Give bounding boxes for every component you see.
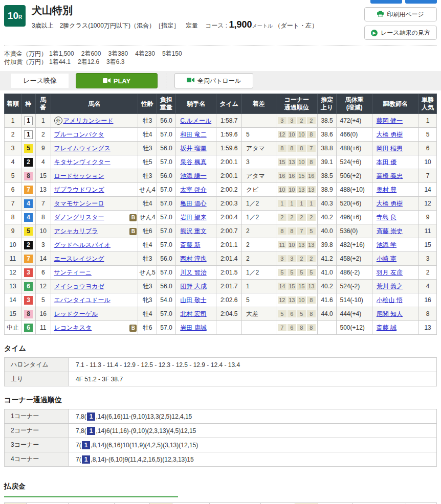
frame-number: 3: [24, 296, 33, 305]
corner-pass-value: 3: [288, 117, 296, 124]
jockey-link[interactable]: 熊沢 重文: [180, 227, 206, 235]
win-popularity: 15: [419, 238, 437, 252]
top-nav-button-fragment[interactable]: [405, 0, 437, 4]
jockey-link[interactable]: 坂井 瑠星: [180, 145, 206, 152]
horse-name-link[interactable]: エースレイジング: [54, 255, 104, 262]
jockey-link[interactable]: 太宰 啓介: [180, 186, 206, 193]
jockey-link[interactable]: 泉谷 楓真: [180, 158, 206, 166]
results-guide-button[interactable]: ▶ レース結果の見方: [364, 26, 437, 40]
patrol-video-button[interactable]: 全周パトロール: [174, 73, 253, 88]
trainer-link[interactable]: 尾関 知人: [377, 310, 403, 317]
corner-row: 2コーナー7,8(1,14)6(11,16)-(9,10)(2,3,13)(4,…: [5, 424, 437, 438]
top-nav-button-fragment[interactable]: [370, 0, 402, 4]
prize-rank: 4着: [135, 50, 145, 57]
jockey-link[interactable]: 池添 謙一: [180, 172, 206, 179]
jockey-link[interactable]: 岩田 望来: [180, 214, 206, 221]
sex-age: 牡4: [138, 197, 157, 211]
corner-positions: 7688: [276, 321, 317, 335]
horse-name-link[interactable]: キタサンヴィクター: [54, 158, 111, 166]
trainer-link[interactable]: 高橋 義忠: [377, 172, 403, 179]
print-page-button[interactable]: 印刷用ページ: [364, 7, 437, 21]
corner-row: 1コーナー7,8(1,14)(6,16)11-(9,10)13,3(2,5)12…: [5, 409, 437, 424]
time-row-value: 4F 51.2 - 3F 38.7: [69, 372, 437, 386]
horse-name-link[interactable]: ザプラウドワンズ: [54, 186, 104, 193]
trainer-link[interactable]: 羽月 友彦: [377, 269, 403, 276]
finish-position: 6: [5, 183, 21, 197]
prize-rank: 5着: [162, 50, 172, 57]
trainer-link[interactable]: 奥村 豊: [377, 186, 396, 193]
jockey-link[interactable]: 亀田 温心: [180, 200, 206, 207]
horse-name-link[interactable]: アメリカンシード: [63, 117, 114, 124]
horse-name-link[interactable]: ダノングリスター: [54, 214, 104, 221]
result-row: 1435エバンタイユドール牝354.0山田 敬士2:02.65121310841…: [5, 293, 437, 307]
result-row: 359フレイムウィングス牡356.0坂井 瑠星1:59.6アタマ888738.8…: [5, 142, 437, 155]
time-table: ハロンタイム7.1 - 11.3 - 11.4 - 12.9 - 12.5 - …: [4, 357, 437, 386]
corner-pass-value: 8: [297, 145, 306, 152]
corner-pass-value: 2: [297, 255, 306, 262]
main-prize-label: 本賞金（万円）: [4, 50, 49, 58]
horse-name-link[interactable]: サンティーニ: [54, 269, 92, 276]
corner-pass-value: 13: [307, 241, 316, 248]
body-weight: 488(+6): [337, 142, 372, 155]
corner-positions: 14151513: [276, 280, 317, 293]
corner-pass-value: 16: [288, 172, 296, 179]
trainer-link[interactable]: 小桧山 悟: [377, 296, 403, 304]
frame-cell: 4: [21, 211, 35, 224]
finish-time: 2:00.3: [216, 197, 241, 211]
jockey-link[interactable]: 西村 淳也: [180, 255, 206, 262]
jockey-link[interactable]: 北村 宏司: [180, 310, 206, 317]
race-number: 10: [8, 10, 18, 21]
margin: 2: [241, 238, 276, 252]
column-header: 負担重量: [157, 94, 176, 114]
trainer-link[interactable]: 荒川 義之: [377, 283, 403, 290]
trainer-link[interactable]: 斉藤 崇史: [377, 227, 403, 235]
corner-pass-value: 8: [307, 296, 316, 304]
horse-name-link[interactable]: メイショウヨカゼ: [54, 283, 104, 290]
corner-pass-value: 1: [307, 200, 316, 207]
carried-weight: 57.0: [157, 155, 176, 169]
jockey-link[interactable]: C.ルメール: [180, 117, 211, 124]
jockey-link[interactable]: 斎藤 新: [180, 241, 200, 248]
trainer-link[interactable]: 小崎 憲: [377, 255, 396, 262]
corner-pass-value: 15: [278, 158, 286, 166]
horse-name-link[interactable]: フレイムウィングス: [54, 145, 111, 152]
horse-name-link[interactable]: アシャカリブラ: [54, 227, 98, 235]
last-3f: 40.2: [317, 211, 337, 224]
trainer-link[interactable]: 大橋 勇樹: [377, 200, 403, 207]
trainer-link[interactable]: 寺島 良: [377, 214, 396, 221]
horse-number: 5: [36, 293, 51, 307]
result-row: 212ブルーコンパクタ牡457.0和田 竜二1:59.65121010838.6…: [5, 128, 437, 142]
results-header-row: 着順枠馬番馬名性齢負担重量騎手名タイム着差コーナー通過順位推定上り馬体重(増減)…: [5, 94, 437, 114]
horse-name-link[interactable]: エバンタイユドール: [54, 296, 111, 304]
horse-name-link[interactable]: レッドクーゲル: [54, 310, 98, 317]
column-header: 着順: [5, 94, 21, 114]
horse-name-link[interactable]: レコンキスタ: [54, 324, 92, 331]
jockey-link[interactable]: 和田 竜二: [180, 131, 206, 138]
last-3f: 39.1: [317, 155, 337, 169]
video-camera-icon: [103, 77, 111, 85]
main-prize-row: 本賞金（万円） 1着1,5002着6003着3804着2305着150: [4, 50, 437, 58]
sex-age: 牡3: [138, 280, 157, 293]
trainer-cell: 尾関 知人: [372, 307, 418, 321]
play-button[interactable]: PLAY: [76, 73, 158, 88]
trainer-link[interactable]: 藤岡 健一: [377, 117, 403, 124]
corner-positions: 2222: [276, 211, 317, 224]
horse-name-link[interactable]: グッドヘルスバイオ: [54, 241, 111, 248]
jockey-link[interactable]: 岩田 康誠: [180, 324, 206, 331]
horse-number: 10: [36, 224, 51, 238]
horse-name-link[interactable]: ロードセッション: [54, 172, 104, 179]
trainer-link[interactable]: 斎藤 誠: [377, 324, 396, 331]
corner-pass-value: 5: [307, 269, 316, 276]
horse-name-link[interactable]: ブルーコンパクタ: [54, 131, 104, 138]
frame-cell: 7: [21, 183, 35, 197]
trainer-link[interactable]: 池添 学: [377, 241, 396, 248]
blinkers-mark: B: [129, 228, 137, 235]
trainer-link[interactable]: 本田 優: [377, 158, 396, 166]
jockey-link[interactable]: 川又 賢治: [180, 269, 206, 276]
trainer-link[interactable]: 岡田 稲男: [377, 145, 403, 152]
trainer-link[interactable]: 大橋 勇樹: [377, 131, 403, 138]
trainer-cell: 荒川 義之: [372, 280, 418, 293]
jockey-link[interactable]: 山田 敬士: [180, 296, 206, 304]
jockey-link[interactable]: 団野 大成: [180, 283, 206, 290]
horse-name-link[interactable]: タマモサンシーロ: [54, 200, 104, 207]
